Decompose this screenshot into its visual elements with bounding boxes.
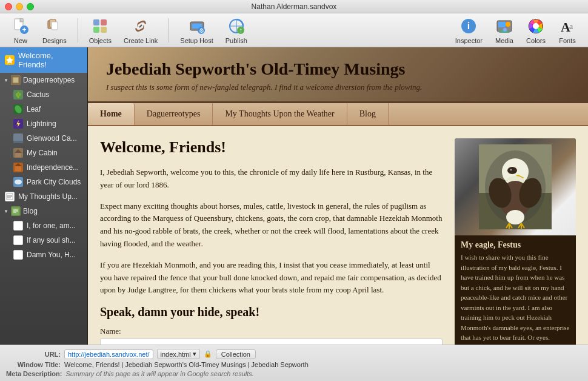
fonts-button[interactable]: A a Fonts (553, 14, 582, 47)
designs-label: Designs (42, 37, 67, 44)
sidebar-item-independence[interactable]: Independence... (0, 160, 87, 175)
page-para-2: Expect many exciting thoughts about hors… (100, 200, 443, 251)
window-controls (5, 3, 34, 10)
svg-point-71 (506, 210, 524, 224)
svg-point-24 (506, 22, 510, 27)
sidebar-item-park-city[interactable]: Park City Clouds (0, 175, 87, 189)
sidebar-item-my-cabin[interactable]: My Cabin (0, 146, 87, 160)
lightning-icon (13, 119, 23, 129)
blog-2-label: If any soul sh... (27, 236, 76, 244)
svg-rect-33 (13, 78, 18, 83)
svg-point-28 (533, 23, 539, 29)
svg-text:a: a (569, 22, 573, 31)
svg-marker-31 (6, 56, 13, 64)
leaf-label: Leaf (27, 105, 41, 113)
leaf-icon (13, 104, 23, 114)
blog-1-label: I, for one, am... (27, 221, 76, 230)
daguerreotypes-label: Daguerreotypes (23, 76, 75, 84)
window-title-label: Window Title: (6, 361, 61, 368)
status-bar: URL: http://jebediah.sandvox.net/ index.… (0, 345, 588, 381)
setup-host-button[interactable]: ⚙ Setup Host (175, 14, 218, 47)
blog-1-icon (13, 221, 23, 231)
glenwood-label: Glenwood Ca... (27, 134, 77, 143)
blog-triangle: ▼ (4, 209, 8, 214)
sidebar-item-blog-1[interactable]: I, for one, am... (0, 218, 87, 233)
meta-label: Meta Description: (6, 370, 62, 377)
create-link-icon (131, 16, 150, 36)
maximize-button[interactable] (27, 3, 34, 10)
sidebar-item-welcome[interactable]: Welcome, Friends! (0, 47, 87, 73)
welcome-icon (5, 55, 15, 65)
fonts-icon: A a (558, 16, 577, 36)
site-nav: Home Daguerreotypes My Thoughts Upon the… (88, 103, 588, 126)
new-button[interactable]: + New (6, 14, 35, 47)
sidebar-item-lightning[interactable]: Lightning (0, 116, 87, 131)
sidebar-group-daguerreotypes[interactable]: ▼ Daguerreotypes (0, 73, 87, 87)
sidebar-item-blog-3[interactable]: Damn You, H... (0, 248, 87, 262)
designs-button[interactable]: Designs (38, 14, 72, 47)
page-title: Welcome, Friends! (100, 138, 443, 157)
svg-rect-42 (13, 138, 23, 141)
sidebar-group-blog[interactable]: ▼ Blog (0, 204, 87, 218)
svg-text:i: i (467, 21, 470, 31)
create-link-label: Create Link (124, 37, 158, 44)
svg-point-65 (510, 169, 513, 172)
objects-icon (90, 16, 110, 36)
sidebar-item-my-thoughts[interactable]: My Thoughts Up... (0, 189, 87, 204)
dropdown-arrow: ▾ (193, 350, 196, 358)
url-label: URL: (6, 351, 61, 358)
my-thoughts-label: My Thoughts Up... (18, 192, 78, 201)
eagle-image (455, 138, 576, 235)
new-icon: + (11, 16, 30, 36)
page-sidebar-content: My eagle, Festus I wish to share with yo… (455, 138, 576, 345)
toolbar: + New Designs Objects (0, 13, 588, 47)
colors-button[interactable]: Colors (521, 14, 550, 47)
nav-my-thoughts[interactable]: My Thoughts Upon the Weather (213, 103, 347, 125)
objects-button[interactable]: Objects (84, 14, 116, 47)
sidebar-item-leaf[interactable]: Leaf (0, 102, 87, 116)
independence-label: Independence... (27, 163, 79, 172)
blog-label: Blog (23, 207, 38, 215)
inspector-icon: i (459, 16, 478, 36)
nav-daguerreotypes[interactable]: Daguerreotypes (135, 103, 213, 125)
cactus-label: Cactus (27, 90, 49, 99)
svg-text:🌵: 🌵 (15, 91, 22, 99)
svg-text:+: + (22, 25, 26, 34)
setup-host-label: Setup Host (180, 37, 213, 44)
new-label: New (14, 37, 27, 44)
sidebar-item-blog-2[interactable]: If any soul sh... (0, 233, 87, 248)
name-input[interactable] (100, 339, 443, 345)
svg-rect-44 (15, 152, 21, 157)
url-file-dropdown[interactable]: index.html ▾ (157, 349, 200, 359)
media-button[interactable]: Media (490, 14, 519, 47)
sidebar-item-cactus[interactable]: 🌵 Cactus (0, 87, 87, 102)
minimize-button[interactable] (16, 3, 23, 10)
svg-text:↑: ↑ (239, 26, 242, 35)
cactus-icon: 🌵 (13, 90, 23, 99)
form-section-title: Speak, damn your hide, speak! (100, 305, 443, 319)
sidebar: Welcome, Friends! ▼ Daguerreotypes 🌵 Cac… (0, 47, 88, 345)
svg-rect-11 (101, 27, 107, 33)
nav-blog[interactable]: Blog (347, 103, 389, 125)
close-button[interactable] (5, 3, 12, 10)
svg-rect-8 (93, 19, 99, 25)
create-link-button[interactable]: Create Link (119, 14, 162, 47)
publish-button[interactable]: ↑ Publish (221, 14, 252, 47)
designs-icon (45, 16, 64, 36)
media-label: Media (495, 37, 513, 44)
blog-icon (11, 206, 21, 216)
eagle-text: I wish to share with you this fine illus… (455, 252, 576, 345)
window-title-value: Welcome, Friends! | Jebediah Sepworth's … (64, 361, 309, 368)
page-main: Welcome, Friends! I, Jebediah Sepworth, … (100, 138, 443, 345)
cabin-icon (13, 148, 23, 158)
eagle-box: My eagle, Festus I wish to share with yo… (455, 138, 576, 345)
daguerreotypes-triangle: ▼ (4, 78, 8, 83)
sidebar-item-glenwood[interactable]: Glenwood Ca... (0, 131, 87, 146)
nav-home[interactable]: Home (88, 103, 135, 125)
inspector-button[interactable]: i Inspector (450, 14, 487, 47)
content-area: Jebediah Sepworth's Old-Timey Musings I … (88, 47, 588, 345)
status-row-meta: Meta Description: Summary of this page a… (6, 370, 582, 377)
collection-button[interactable]: Collection (216, 349, 256, 359)
url-prefix: http://jebediah.sandvox.net/ (64, 349, 153, 359)
site-title: Jebediah Sepworth's Old-Timey Musings (106, 59, 570, 79)
